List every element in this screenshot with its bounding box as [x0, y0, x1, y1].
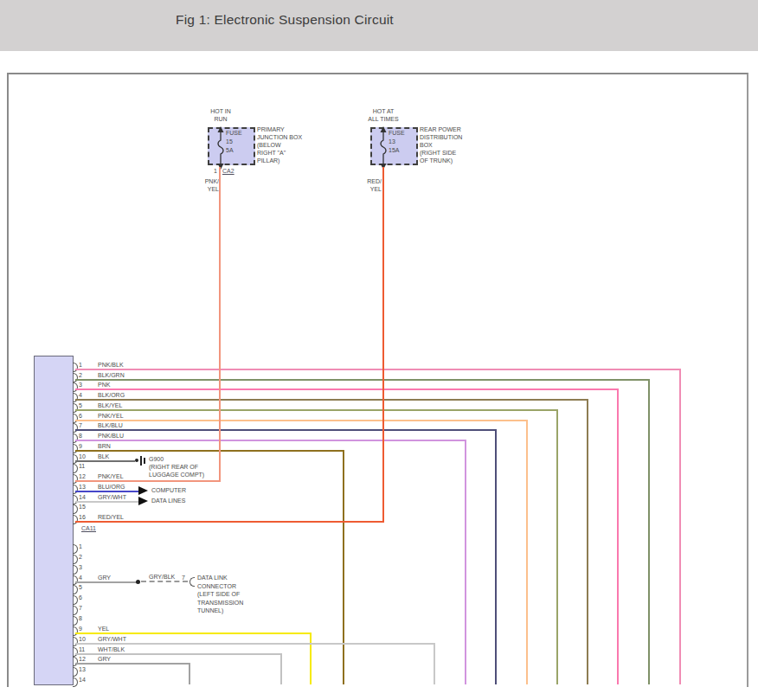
- wire-pin10-blk-ground: [75, 460, 135, 462]
- pin-row: 8: [0, 614, 363, 625]
- ground-junction-dot: [135, 459, 138, 462]
- wire-pin4-gry: [75, 581, 138, 583]
- wire-pin2-blk-grn: [75, 379, 650, 381]
- pin-number: 4: [79, 392, 82, 399]
- pin-number: 16: [79, 514, 86, 521]
- wire-pin12-gry: [189, 663, 190, 684]
- wire-pin14-gry-wht: [75, 501, 139, 503]
- splice-junction-dot: [136, 580, 140, 584]
- pin-number: 5: [79, 584, 82, 591]
- fuse-13-location-3: BOX: [420, 142, 433, 149]
- wire-pin10-gry-wht: [75, 643, 435, 645]
- wire-pin5-blk-yel: [75, 409, 558, 411]
- pin-number: 1: [79, 362, 82, 369]
- wire-color-label: BLK/ORG: [98, 392, 125, 399]
- wire-color-label: RED/YEL: [98, 514, 124, 521]
- wire-pin9-brn: [75, 450, 344, 452]
- hot-at-all-times-label-line2: ALL TIMES: [361, 116, 406, 123]
- pin-number: 7: [79, 422, 82, 429]
- wire-color-label: BLK: [98, 453, 109, 460]
- wire-pin8-pnk-blu: [75, 440, 466, 441]
- ground-location-2: LUGGAGE COMPT): [149, 472, 204, 478]
- hot-at-all-times-label-line1: HOT AT: [361, 108, 406, 115]
- wire-pin4-blk-org: [587, 399, 588, 684]
- fuse-13-location-4: (RIGHT SIDE: [420, 150, 456, 157]
- dlc-name-1: DATA LINK: [197, 575, 228, 581]
- ground-location-1: (RIGHT REAR OF: [149, 464, 198, 471]
- wire-fuse15-pnk-yel: [219, 167, 221, 482]
- pin-row: 2: [0, 553, 363, 563]
- wire-pin9-brn: [343, 450, 344, 684]
- wiring-diagram-page: Fig 1: Electronic Suspension Circuit HOT…: [0, 0, 758, 700]
- fuse-15-amps: 5A: [226, 147, 234, 154]
- pin-number: 3: [79, 564, 82, 571]
- wire-color-label: BLU/ORG: [98, 484, 125, 491]
- fuse-element-icon: [378, 126, 389, 170]
- wire-pin4-blk-org: [75, 399, 588, 401]
- wire-pin16-red-yel: [75, 521, 384, 523]
- data-line-arrow-icon: [138, 497, 148, 505]
- wire-color-label: BLK/YEL: [98, 402, 122, 409]
- wire-color-label: PNK/YEL: [98, 413, 124, 420]
- fuse-15-name: FUSE: [226, 130, 242, 137]
- wire-gry-blk-dashed: [141, 581, 188, 582]
- wire-pin6-pnk-yel: [75, 420, 528, 421]
- pin-number: 14: [79, 677, 86, 684]
- dlc-name-2: CONNECTOR: [197, 583, 236, 590]
- dlc-name-3: (LEFT SIDE OF: [197, 591, 240, 598]
- ground-icon: [140, 456, 142, 466]
- wire-pin5-blk-yel: [556, 409, 558, 684]
- wire-color-label: YEL: [98, 626, 109, 633]
- wire-pin7-blk-blu: [495, 429, 497, 684]
- wire-pin8-pnk-blu: [465, 440, 466, 684]
- pin-row: 6: [0, 594, 363, 604]
- pin-number: 10: [79, 453, 86, 460]
- pin-number: 15: [79, 504, 86, 511]
- fuse-13-location-2: DISTRIBUTION: [420, 134, 462, 141]
- wire-pin1-pnk-blk: [75, 369, 681, 370]
- wire-pin11-wht-blk: [75, 653, 282, 655]
- wire-pin7-blk-blu: [75, 429, 497, 431]
- ground-icon: [144, 458, 145, 464]
- pin-number: 1: [79, 543, 82, 550]
- pin-row: 7: [0, 604, 363, 614]
- wire-color-label: WHT/BLK: [98, 646, 125, 653]
- pin-number: 8: [79, 433, 82, 440]
- dlc-name-5: TUNNEL): [197, 607, 223, 614]
- dlc-name-4: TRANSMISSION: [197, 600, 243, 607]
- pin-number: 9: [79, 626, 82, 633]
- wire-color-label: BLK/BLU: [98, 422, 123, 429]
- pin-number: 8: [79, 615, 82, 622]
- wire-pin9-yel: [310, 633, 312, 684]
- wire-pin12-gry: [75, 663, 190, 665]
- ground-id-label: G900: [149, 456, 164, 463]
- title-bar: Fig 1: Electronic Suspension Circuit: [0, 0, 758, 51]
- fuse-15-location-1: PRIMARY: [257, 126, 285, 133]
- wire-pin12-pnk-yel: [75, 480, 221, 482]
- hot-in-run-label-line2: RUN: [198, 116, 243, 123]
- computer-data-lines-label-1: COMPUTER: [151, 487, 186, 494]
- pin-number: 6: [79, 594, 82, 601]
- fuse-13-location-5: OF TRUNK): [420, 157, 453, 164]
- pin-row: 1: [0, 543, 363, 553]
- wire-color-label: BLK/GRN: [98, 372, 125, 379]
- wire-color-label: GRY/WHT: [98, 494, 126, 501]
- pin-number: 10: [79, 636, 86, 643]
- wire-fuse13-red-yel: [382, 167, 384, 523]
- wire-color-label: PNK/YEL: [98, 473, 124, 480]
- pin-number: 13: [79, 484, 86, 491]
- wire-pin9-yel: [75, 633, 312, 634]
- fuse-15-location-3: (BELOW: [257, 142, 281, 149]
- pnk-yel-wire-label-2: YEL: [202, 186, 219, 193]
- pin-number: 12: [79, 656, 86, 663]
- fuse-15-location-5: PILLAR): [257, 157, 279, 164]
- pin-number: 14: [79, 494, 86, 501]
- pin-number: 2: [79, 554, 82, 561]
- wire-pin2-blk-grn: [648, 379, 650, 684]
- gry-blk-wire-label: GRY/BLK: [149, 574, 175, 581]
- red-yel-wire-label-2: YEL: [364, 186, 382, 193]
- fuse-15-number: 15: [226, 138, 233, 145]
- connector-ca2-label: CA2: [222, 168, 234, 175]
- wire-pin11-wht-blk: [280, 653, 282, 684]
- wire-pin1-pnk-blk: [679, 369, 681, 684]
